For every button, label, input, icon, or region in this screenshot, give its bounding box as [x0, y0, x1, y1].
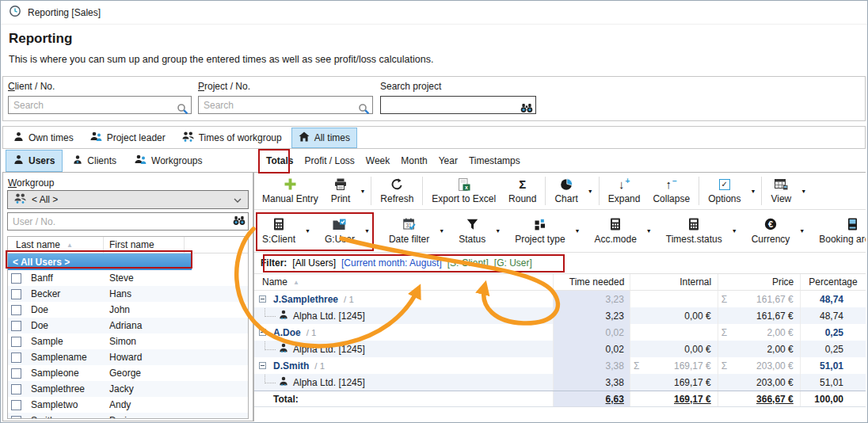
view-button[interactable]: View: [764, 173, 798, 208]
tab-project-leader[interactable]: Project leader: [83, 128, 173, 148]
grid-child-row[interactable]: Alpha Ltd. [1245] 0,02 0,00 € 2,00 € 0,2…: [254, 341, 866, 357]
grid-group-row[interactable]: J.Samplethree/ 1 3,23 Σ161,67 € 48,74: [254, 291, 866, 307]
user-row[interactable]: SampleSimon: [8, 333, 248, 349]
export-to-excel-button[interactable]: x Export to Excel: [425, 173, 502, 208]
user-row[interactable]: SampletwoAndy: [8, 397, 248, 413]
column-header-last-name[interactable]: Last name▲: [8, 237, 103, 253]
print-button[interactable]: Print: [325, 173, 357, 208]
chart-button[interactable]: Chart: [548, 173, 584, 208]
options-button[interactable]: ✓ Options: [702, 173, 747, 208]
tab-totals[interactable]: Totals: [261, 151, 299, 170]
tab-all-times[interactable]: All times: [291, 128, 357, 148]
user-checkbox[interactable]: [11, 352, 21, 363]
sum-dropdown-arrow[interactable]: ▼: [302, 211, 314, 251]
project-fulltext-group: Search project: [380, 81, 536, 114]
tab-users[interactable]: Users: [6, 150, 63, 172]
date-filter-dropdown-arrow[interactable]: ▼: [436, 211, 447, 251]
user-row[interactable]: SamplethreeJacky: [8, 381, 248, 397]
user-checkbox[interactable]: [11, 337, 21, 347]
workgroup-dropdown[interactable]: < All >: [7, 190, 249, 209]
currency-button[interactable]: € Currency: [745, 211, 797, 251]
collapse-expander-icon[interactable]: [259, 295, 266, 303]
people-icon: [135, 154, 147, 167]
round-button[interactable]: Σ Round: [502, 173, 542, 208]
column-header-price[interactable]: Price: [718, 274, 801, 290]
filter-summary-bar: Filter: [All Users] [Current month: Augu…: [254, 253, 866, 274]
acc-mode-dropdown-arrow[interactable]: ▼: [643, 211, 655, 251]
booking-archive-button[interactable]: Booking archive: [813, 211, 866, 251]
user-row[interactable]: DoeJohn: [8, 302, 248, 318]
sum-by-client-button[interactable]: S:Client: [256, 211, 302, 251]
currency-dropdown-arrow[interactable]: ▼: [796, 211, 808, 251]
client-label: Client / No.: [8, 81, 192, 92]
status-dropdown-arrow[interactable]: ▼: [492, 211, 504, 251]
user-checkbox[interactable]: [11, 368, 21, 379]
status-button[interactable]: Status: [452, 211, 492, 251]
chevron-down-icon: [234, 194, 242, 205]
tab-year[interactable]: Year: [433, 151, 463, 170]
user-checkbox[interactable]: [11, 289, 21, 299]
user-checkbox[interactable]: [11, 321, 21, 331]
chart-dropdown-arrow[interactable]: ▼: [584, 173, 596, 208]
grid-group-row[interactable]: A.Doe/ 1 0,02 Σ2,00 € 0,25: [254, 324, 866, 341]
project-search-input[interactable]: [198, 96, 373, 114]
tab-timestamps[interactable]: Timestamps: [463, 151, 526, 170]
acc-mode-button[interactable]: Acc.mode: [588, 211, 643, 251]
sigma-icon: Σ: [519, 177, 526, 191]
column-header-internal[interactable]: Internal: [630, 274, 718, 290]
tab-month[interactable]: Month: [395, 151, 432, 170]
view-dropdown-arrow[interactable]: ▼: [798, 173, 809, 208]
user-checkbox[interactable]: [11, 305, 21, 315]
column-header-percentage[interactable]: Percentage: [801, 274, 866, 290]
user-checkbox[interactable]: [11, 400, 21, 410]
column-header-first-name[interactable]: First name: [103, 237, 184, 253]
scope-tabbar: Own times Project leader Times of workgr…: [2, 126, 866, 149]
user-row[interactable]: SampleoneGeorge: [8, 365, 248, 381]
tab-times-of-workgroup[interactable]: Times of workgroup: [175, 128, 289, 148]
tab-own-times[interactable]: Own times: [6, 128, 81, 148]
sum-sigma-icon: Σ: [721, 327, 727, 338]
client-search-input[interactable]: [8, 96, 192, 114]
collapse-expander-icon[interactable]: [259, 329, 266, 336]
group-dropdown-arrow[interactable]: ▼: [361, 211, 373, 251]
tree-connector: [265, 308, 276, 317]
all-users-row[interactable]: < All Users >: [8, 253, 192, 270]
manual-entry-button[interactable]: Manual Entry: [256, 173, 325, 208]
user-row[interactable]: BeckerHans: [8, 286, 248, 302]
grid-group-row[interactable]: D.Smith/ 1 3,38 Σ169,17 € Σ203,00 € 51,0…: [254, 357, 866, 374]
print-dropdown-arrow[interactable]: ▼: [356, 173, 368, 208]
tab-workgroups[interactable]: Workgroups: [127, 150, 210, 172]
person-icon: [13, 131, 24, 144]
tab-profit-loss[interactable]: Profit / Loss: [299, 151, 360, 170]
project-type-button[interactable]: Project type: [508, 211, 571, 251]
column-header-name[interactable]: Name▲: [254, 274, 554, 290]
refresh-button[interactable]: Refresh: [374, 173, 420, 208]
project-label: Project / No.: [198, 81, 373, 92]
user-list-header: Last name▲ First name: [8, 237, 248, 253]
column-header-time-needed[interactable]: Time needed: [554, 274, 630, 290]
user-row[interactable]: SmithDoris: [8, 413, 248, 419]
date-filter-button[interactable]: 31 Date filter: [383, 211, 436, 251]
report-toolbar: Manual Entry Print ▼ Refresh x: [254, 173, 866, 210]
project-type-dropdown-arrow[interactable]: ▼: [572, 211, 584, 251]
user-search-input[interactable]: [7, 212, 249, 231]
collapse-expander-icon[interactable]: [259, 362, 266, 369]
timest-status-dropdown-arrow[interactable]: ▼: [729, 211, 740, 251]
user-checkbox[interactable]: [11, 384, 21, 394]
grid-child-row[interactable]: Alpha Ltd. [1245] 3,23 0,00 € 161,67 € 4…: [254, 307, 866, 324]
grid-child-row[interactable]: Alpha Ltd. [1245] 3,38 169,17 € 203,00 €…: [254, 374, 866, 391]
user-row[interactable]: DoeAdriana: [8, 318, 248, 333]
group-by-user-button[interactable]: G:User: [318, 211, 361, 251]
user-row[interactable]: BanffSteve: [8, 270, 248, 286]
user-checkbox[interactable]: [11, 416, 21, 420]
expand-button[interactable]: ↓+ Expand: [602, 173, 647, 208]
search-project-input[interactable]: [380, 96, 536, 114]
options-dropdown-arrow[interactable]: ▼: [747, 173, 759, 208]
collapse-button[interactable]: ↑− Collapse: [646, 173, 696, 208]
users-pane: Workgroup < All > Last name▲ First name: [2, 172, 253, 421]
timest-status-button[interactable]: Timest.status: [660, 211, 729, 251]
user-row[interactable]: SamplenameHoward: [8, 349, 248, 365]
tab-clients[interactable]: Clients: [65, 150, 124, 172]
user-checkbox[interactable]: [11, 273, 21, 284]
tab-week[interactable]: Week: [360, 151, 395, 170]
